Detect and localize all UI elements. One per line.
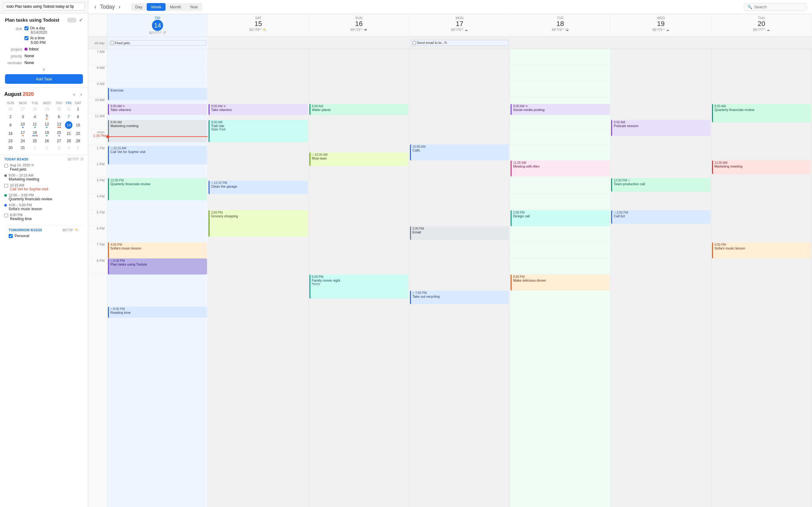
mini-cal-day[interactable]: 5 <box>73 145 83 151</box>
allday-event[interactable]: Send email to te...↻ <box>411 40 508 46</box>
mini-cal-day[interactable]: 3 <box>54 145 64 151</box>
cal-event[interactable]: □ 10:30 AM Mow lawn <box>309 153 408 166</box>
cal-event[interactable]: 8:00 AM Quarterly financials review <box>712 104 811 122</box>
day-header-col[interactable]: TUE 18 89°/76°° 🌤 <box>510 14 611 37</box>
mini-cal-day[interactable]: 4 <box>30 113 40 121</box>
cal-prev-button[interactable]: ‹ <box>93 2 98 11</box>
mini-cal-day[interactable]: 2 <box>5 113 16 121</box>
mini-cal-day[interactable]: 1 <box>30 145 40 151</box>
scroll-area[interactable]: 7 AM8 AM9 AM10 AM11 AMnoon1 PM2 PM3 PM4 … <box>88 49 812 507</box>
mini-cal-day[interactable]: 13 <box>54 121 64 129</box>
mini-cal-day[interactable]: 10 <box>17 121 29 129</box>
mini-cal-day[interactable]: 20 <box>54 129 64 137</box>
mini-cal-day[interactable]: 30 <box>54 106 64 112</box>
allday-checkbox[interactable] <box>412 41 416 45</box>
mini-cal-day[interactable]: 12 <box>41 121 53 129</box>
mini-cal-next[interactable]: › <box>79 91 84 97</box>
event-checkbox[interactable] <box>4 164 8 168</box>
cal-event[interactable]: 8:00 AM ↻ Take vitamins <box>108 104 207 115</box>
mini-cal-day[interactable]: 26 <box>5 106 16 112</box>
search-input[interactable] <box>3 2 85 10</box>
mini-cal-day[interactable]: 21 <box>65 129 72 137</box>
on-a-day-checkbox[interactable] <box>24 26 29 30</box>
mini-cal-day[interactable]: 26 <box>41 138 53 144</box>
cal-event[interactable]: 11:00 AM Meeting with Alex <box>511 160 610 176</box>
cal-event[interactable]: 8:00 AM Water plants <box>309 104 408 115</box>
mini-cal-day[interactable]: 7 <box>65 113 72 121</box>
view-month-button[interactable]: Month <box>165 3 185 11</box>
mini-cal-day[interactable]: 29 <box>73 138 83 144</box>
mini-cal-day[interactable]: 22 <box>73 129 83 137</box>
mini-cal-day[interactable]: 1 <box>73 106 83 112</box>
cal-event[interactable]: 6:00 PM Family movie night Home <box>309 275 408 299</box>
cal-event[interactable]: 4:00 PM Sofia's music lesson <box>108 242 207 259</box>
add-task-button[interactable]: Add Task <box>5 74 83 84</box>
cal-event[interactable]: 8:00 AM ↻ Social media posting <box>511 104 610 115</box>
mini-cal-day[interactable]: 2 <box>41 145 53 151</box>
cal-event[interactable]: 6:00 PM Make delicious dinner <box>511 275 610 291</box>
day-header-col[interactable]: WED 19 88°/75°° ☁ <box>611 14 711 37</box>
cal-event[interactable]: 2:00 PM Grocery shopping <box>209 210 308 237</box>
cal-event[interactable]: 9:00 AM Podcast session <box>611 120 710 136</box>
mini-cal-day[interactable]: 14 <box>65 121 72 129</box>
mini-cal-day[interactable]: 23 <box>5 138 16 144</box>
mini-cal-day[interactable]: 5 <box>41 113 53 121</box>
mini-cal-day[interactable]: 27 <box>54 138 64 144</box>
at-a-time-checkbox[interactable] <box>24 36 29 40</box>
cal-event[interactable]: 10:00 AM Calls <box>410 145 509 160</box>
view-year-button[interactable]: Year <box>185 3 202 11</box>
mini-cal-day[interactable]: 11 <box>30 121 40 129</box>
expand-icon[interactable]: ∨ <box>42 67 46 72</box>
cal-event[interactable]: □ 7:00 PM Take out recycling <box>410 291 509 304</box>
day-header-col[interactable]: THU 20 89°/77°° ☁ <box>711 14 812 37</box>
mini-cal-day[interactable]: 28 <box>30 106 40 112</box>
mini-cal-day[interactable]: 18 <box>30 129 40 137</box>
view-day-button[interactable]: Day <box>131 3 147 11</box>
day-header-col[interactable]: SUN 16 89°/76°° 🌧 <box>309 14 409 37</box>
cal-event[interactable]: 9:00 AM Marketing meeting <box>108 120 207 142</box>
mini-cal-day[interactable]: 24 <box>17 138 29 144</box>
mini-cal-day[interactable]: 6 <box>54 113 64 121</box>
cal-event[interactable]: □ 5:00 PM Plan tasks using Todoist <box>108 259 207 275</box>
mini-cal-day[interactable]: 25 <box>30 138 40 144</box>
mini-cal-day[interactable]: 16 <box>5 129 16 137</box>
cal-event[interactable]: 4:00 PM Sofia's music lesson <box>712 242 811 259</box>
cal-event[interactable]: 2:00 PM Design call <box>511 210 610 226</box>
cal-event[interactable]: Exercise <box>108 88 207 100</box>
event-checkbox[interactable] <box>4 184 8 188</box>
check-button[interactable]: ✓ <box>79 17 83 23</box>
view-week-button[interactable]: Week <box>147 3 165 11</box>
cal-event[interactable]: 3:00 PM Email <box>410 226 509 240</box>
cal-event[interactable]: 8:00 AM ↻ Take vitamins <box>209 104 308 115</box>
tomorrow-checkbox[interactable] <box>9 234 13 238</box>
mini-cal-prev[interactable]: ‹ <box>72 91 77 97</box>
mini-cal-day[interactable]: 31 <box>65 106 72 112</box>
mini-cal-day[interactable]: 27 <box>17 106 29 112</box>
mini-cal-day[interactable]: 28 <box>65 138 72 144</box>
allday-event[interactable]: Feed pets <box>109 40 206 46</box>
cal-search-input[interactable] <box>754 5 804 9</box>
mini-cal-day[interactable]: 29 <box>41 106 53 112</box>
today-button[interactable]: Today <box>99 2 116 11</box>
allday-checkbox[interactable] <box>110 41 114 45</box>
day-header-col[interactable]: MON 17 89°/76°° ☁ <box>409 14 510 37</box>
mini-cal-day[interactable]: 30 <box>5 145 16 151</box>
day-header-col[interactable]: SAT 15 90°/78°° ⛅ <box>208 14 308 37</box>
cal-event[interactable]: 12:00 PM ✓ Team production call <box>611 178 710 192</box>
mini-cal-day[interactable]: 3 <box>17 113 29 121</box>
toggle-button[interactable] <box>67 18 77 22</box>
mini-cal-day[interactable]: 19 <box>41 129 53 137</box>
cal-event[interactable]: □ 12:15 PM Clean the garage <box>209 180 308 194</box>
mini-cal-day[interactable]: 17 <box>17 129 29 137</box>
mini-cal-day[interactable]: 9 <box>5 121 16 129</box>
cal-event[interactable]: 11:00 AM Marketing meeting <box>712 160 811 174</box>
cal-next-button[interactable]: › <box>117 2 121 11</box>
event-checkbox[interactable] <box>4 214 8 217</box>
mini-cal-day[interactable]: 31 <box>17 145 29 151</box>
mini-cal-day[interactable]: 15 <box>73 121 83 129</box>
mini-cal-day[interactable]: 4 <box>65 145 72 151</box>
cal-event[interactable]: □ 8:00 PM Reading time <box>108 307 207 318</box>
cal-event[interactable]: 12:00 PM Quarterly financials review <box>108 178 207 200</box>
cal-event[interactable]: □ 2:00 PM Call Ed <box>611 210 710 224</box>
cal-event[interactable]: 9:00 AM Trail ride State Park <box>209 120 308 142</box>
